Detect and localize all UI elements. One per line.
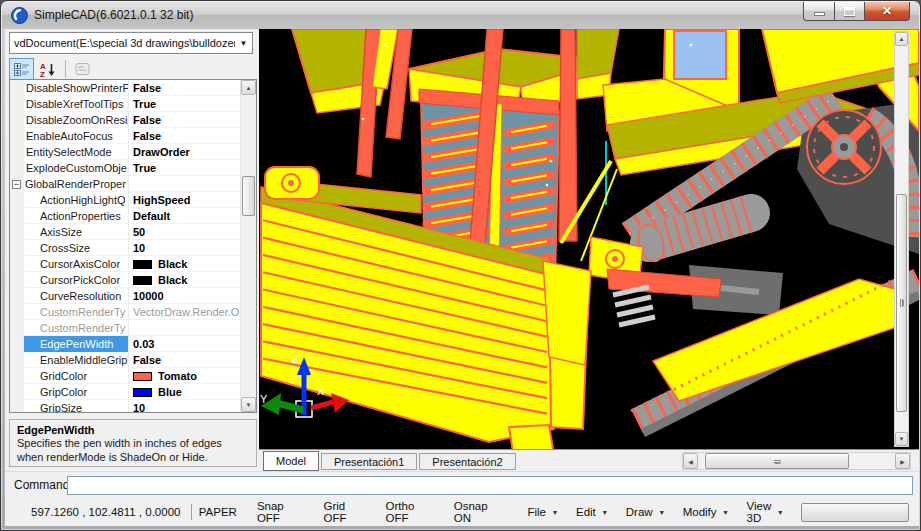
app-icon: [11, 7, 28, 24]
property-row[interactable]: DisableXrefToolTipsTrue: [10, 96, 240, 112]
collapse-icon[interactable]: −: [12, 180, 21, 189]
property-row[interactable]: DisableZoomOnResizFalse: [10, 112, 240, 128]
categorized-button[interactable]: [9, 58, 34, 80]
separator: [191, 504, 192, 520]
scrollbar-thumb[interactable]: [705, 453, 849, 469]
property-grid: DisableShowPrinterPFalseDisableXrefToolT…: [9, 79, 257, 413]
title-bar[interactable]: SimpleCAD(6.6021.0.1 32 bit) ✕: [2, 2, 919, 29]
menu-draw[interactable]: Draw▾: [626, 500, 664, 524]
property-value[interactable]: True: [129, 96, 240, 112]
menu-edit[interactable]: Edit▾: [576, 500, 607, 524]
property-row[interactable]: CursorPickColorBlack: [10, 272, 240, 288]
property-row[interactable]: ExplodeCustomObjeTrue: [10, 160, 240, 176]
property-row[interactable]: CurveResolution10000: [10, 288, 240, 304]
property-value[interactable]: 10: [129, 240, 240, 256]
property-value[interactable]: DrawOrder: [129, 144, 240, 160]
property-value[interactable]: 10: [129, 400, 240, 412]
property-row[interactable]: EnableMiddleGripIFalse: [10, 352, 240, 368]
minimize-button[interactable]: [803, 2, 834, 21]
property-row[interactable]: EnableAutoFocusFalse: [10, 128, 240, 144]
menu-view-3d[interactable]: View 3D▾: [747, 500, 783, 524]
property-row[interactable]: EdgePenWidth0.03: [10, 336, 240, 352]
property-value[interactable]: 0.03: [129, 336, 240, 352]
property-value[interactable]: False: [129, 112, 240, 128]
status-toggle-snap-off[interactable]: Snap OFF: [257, 500, 304, 524]
property-name: GlobalRenderProper: [24, 176, 128, 192]
property-value[interactable]: VectorDraw.Render.Op: [129, 304, 240, 320]
property-grid-scrollbar[interactable]: ▲ ▼: [240, 80, 256, 412]
property-value[interactable]: Black: [129, 256, 240, 272]
menu-label: File: [527, 506, 546, 518]
property-row[interactable]: GripSize10: [10, 400, 240, 412]
property-name: DisableZoomOnResiz: [24, 112, 128, 128]
chevron-down-icon[interactable]: ▼: [235, 39, 252, 48]
close-button[interactable]: ✕: [865, 2, 910, 21]
scroll-right-icon[interactable]: ▶: [895, 453, 910, 469]
property-value[interactable]: False: [129, 128, 240, 144]
property-value[interactable]: 10000: [129, 288, 240, 304]
property-row[interactable]: GridColorTomato: [10, 368, 240, 384]
property-value[interactable]: HighSpeed: [129, 192, 240, 208]
viewport-vertical-scrollbar[interactable]: ▲ ▼: [894, 31, 909, 447]
menu-label: Edit: [576, 506, 596, 518]
row-gutter: [10, 384, 24, 400]
status-toggle-grid-off[interactable]: Grid OFF: [323, 500, 365, 524]
property-value[interactable]: [129, 320, 240, 336]
property-value[interactable]: False: [129, 80, 240, 96]
command-input[interactable]: [67, 476, 913, 495]
property-row[interactable]: CursorAxisColorBlack: [10, 256, 240, 272]
property-row[interactable]: DisableShowPrinterPFalse: [10, 80, 240, 96]
menu-modify[interactable]: Modify▾: [683, 500, 728, 524]
property-value[interactable]: Blue: [129, 384, 240, 400]
property-value[interactable]: False: [129, 352, 240, 368]
scroll-up-icon[interactable]: ▲: [895, 32, 908, 46]
drawing-viewport[interactable]: Z X Y ▲ ▼: [259, 29, 919, 449]
alphabetical-sort-button[interactable]: A Z: [35, 58, 60, 80]
menu-file[interactable]: File▾: [527, 500, 557, 524]
scroll-left-icon[interactable]: ◀: [683, 453, 698, 469]
scroll-up-icon[interactable]: ▲: [241, 80, 256, 95]
row-gutter: −: [10, 176, 24, 192]
property-row[interactable]: CustomRenderTyVectorDraw.Render.Op: [10, 304, 240, 320]
property-value[interactable]: Tomato: [129, 368, 240, 384]
property-row[interactable]: EntitySelectModeDrawOrder: [10, 144, 240, 160]
row-gutter: [10, 160, 24, 176]
property-row[interactable]: CustomRenderTy: [10, 320, 240, 336]
property-value[interactable]: Black: [129, 272, 240, 288]
minimize-icon: [814, 12, 825, 16]
row-gutter: [10, 256, 24, 272]
status-toggle-osnap-on[interactable]: Osnap ON: [454, 500, 502, 524]
property-name: ActionHighLightQ: [24, 192, 128, 208]
property-value[interactable]: [129, 176, 240, 192]
tab-presentaci-n2[interactable]: Presentación2: [419, 453, 515, 470]
space-mode-toggle[interactable]: PAPER: [199, 506, 237, 518]
scroll-down-icon[interactable]: ▼: [241, 397, 256, 412]
property-value[interactable]: 50: [129, 224, 240, 240]
status-bar: 597.1260 , 102.4811 , 0.0000 PAPER Snap …: [5, 498, 919, 526]
ucs-y-label: Y: [260, 393, 268, 405]
status-extra-field[interactable]: [801, 503, 909, 522]
properties-panel: vdDocument(E:\special 3d drawings\bulldo…: [5, 29, 259, 471]
categorized-icon: [14, 62, 30, 77]
tab-model[interactable]: Model: [263, 451, 319, 471]
property-value[interactable]: Default: [129, 208, 240, 224]
scroll-down-icon[interactable]: ▼: [895, 432, 908, 446]
property-row[interactable]: CrossSize10: [10, 240, 240, 256]
scrollbar-thumb[interactable]: [896, 194, 907, 412]
maximize-button[interactable]: [834, 2, 865, 21]
chevron-down-icon: ▾: [603, 508, 607, 517]
property-row[interactable]: GripColorBlue: [10, 384, 240, 400]
property-value[interactable]: True: [129, 160, 240, 176]
tab-presentaci-n1[interactable]: Presentación1: [321, 453, 417, 470]
status-toggle-ortho-off[interactable]: Ortho OFF: [386, 500, 434, 524]
property-name: CustomRenderTy: [24, 304, 128, 320]
document-selector[interactable]: vdDocument(E:\special 3d drawings\bulldo…: [9, 32, 253, 54]
property-row[interactable]: AxisSize50: [10, 224, 240, 240]
svg-text:Z: Z: [40, 70, 45, 77]
scrollbar-thumb[interactable]: [242, 176, 255, 216]
viewport-horizontal-scrollbar[interactable]: ◀ ▶: [682, 452, 911, 470]
property-row[interactable]: ActionHighLightQHighSpeed: [10, 192, 240, 208]
property-category-row[interactable]: −GlobalRenderProper: [10, 176, 240, 192]
property-row[interactable]: ActionPropertiesDefault: [10, 208, 240, 224]
row-gutter: [10, 240, 24, 256]
